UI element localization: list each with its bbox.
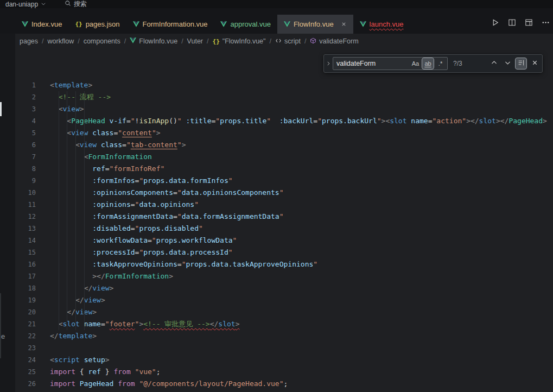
code-line[interactable]: 8 ref="formInfoRef" [15,163,553,175]
breadcrumb-item--flowinfo-vue-[interactable]: {}"FlowInfo.vue" [213,37,266,45]
line-number[interactable]: 20 [15,306,36,318]
code-text[interactable]: </template> [36,330,97,342]
code-line[interactable]: 22</template> [15,330,553,342]
line-number[interactable]: 21 [15,318,36,330]
line-number[interactable]: 19 [15,294,36,306]
find-input[interactable] [336,60,410,67]
code-line[interactable]: 3 <view> [15,103,553,115]
line-number[interactable]: 22 [15,330,36,342]
line-number[interactable]: 1 [15,79,36,91]
code-text[interactable]: <!-- 流程 --> [36,91,111,103]
tab-pages.json[interactable]: {}pages.json [68,15,126,34]
breadcrumb-item-flowinfo-vue[interactable]: FlowInfo.vue [130,37,177,45]
code-area[interactable]: 1<template>2 <!-- 流程 -->3 <view>4 <PageH… [15,49,553,390]
code-text[interactable]: <script setup> [36,354,110,366]
breadcrumb-item-vuter[interactable]: Vuter [187,37,203,45]
whole-word-button[interactable]: ab [422,58,434,69]
tab-launch.vue[interactable]: launch.vue [353,15,410,34]
match-case-button[interactable]: Aa [410,58,421,69]
code-text[interactable]: <FormInformation [36,151,152,163]
code-text[interactable]: :taskApproveOpinions="props.data.taskApp… [36,258,317,270]
tab-FlowInfo.vue[interactable]: FlowInfo.vue [277,15,353,34]
title-search[interactable]: 搜索 [65,0,87,8]
line-number[interactable]: 5 [15,127,36,139]
code-text[interactable]: :formAssignmentData="data.formAssignment… [36,211,284,223]
run-button[interactable] [491,18,499,28]
code-line[interactable]: 2 <!-- 流程 --> [15,91,553,103]
split-editor-button[interactable] [508,18,516,28]
breadcrumb-item-script[interactable]: script [275,37,301,46]
line-number[interactable]: 9 [15,175,36,187]
code-text[interactable]: import { ref } from "vue"; [36,366,161,378]
code-line[interactable]: 14 :workflowData="props.workflowData" [15,235,553,246]
line-number[interactable]: 3 [15,103,36,115]
tab-Index.vue[interactable]: Index.vue [15,15,68,34]
code-line[interactable]: 15 :processId="props.data.processId" [15,246,553,258]
code-text[interactable]: :workflowData="props.workflowData" [36,235,237,246]
code-line[interactable]: 18 </view> [15,282,553,294]
code-text[interactable]: :processId="props.data.processId" [36,246,233,258]
toggle-replace-button[interactable] [324,55,333,72]
code-line[interactable]: 20 </view> [15,306,553,318]
breadcrumb-item-pages[interactable]: pages [20,37,38,45]
tab-FormInformation.vue[interactable]: FormInformation.vue [126,15,214,34]
line-number[interactable]: 24 [15,354,36,366]
code-line[interactable]: 1<template> [15,79,553,91]
previous-match-button[interactable] [488,58,499,69]
breadcrumb-item-validateform[interactable]: validateForm [310,37,358,46]
code-text[interactable]: </view> [36,282,113,294]
code-text[interactable]: import PageHead from "@/components/layou… [36,378,288,390]
code-line[interactable]: 26import PageHead from "@/components/lay… [15,378,553,390]
line-number[interactable]: 7 [15,151,36,163]
line-number[interactable]: 13 [15,223,36,235]
line-number[interactable]: 11 [15,199,36,211]
code-text[interactable]: </view> [36,294,105,306]
close-find-button[interactable] [529,58,540,69]
line-number[interactable]: 26 [15,378,36,390]
line-number[interactable]: 17 [15,270,36,282]
code-line[interactable]: 7 <FormInformation [15,151,553,163]
customize-layout-button[interactable] [525,18,533,28]
code-line[interactable]: 17 ></FormInformation> [15,270,553,282]
code-text[interactable]: <view class="content"> [36,127,161,139]
code-text[interactable]: ref="formInfoRef" [36,163,164,175]
code-line[interactable]: 19 </view> [15,294,553,306]
line-number[interactable]: 10 [15,187,36,199]
code-text[interactable]: <template> [36,79,92,91]
line-number[interactable]: 15 [15,246,36,258]
code-line[interactable]: 13 :disabled="props.disabled" [15,223,553,235]
code-line[interactable]: 25import { ref } from "vue"; [15,366,553,378]
breadcrumb-item-workflow[interactable]: workflow [48,37,74,45]
line-number[interactable]: 12 [15,211,36,223]
more-actions-button[interactable] [542,18,550,28]
line-number[interactable]: 4 [15,115,36,127]
code-text[interactable]: :opinions="data.opinions" [36,199,199,211]
find-in-selection-button[interactable] [516,58,526,69]
code-line[interactable]: 23 [15,342,553,354]
close-icon[interactable] [341,21,347,27]
code-line[interactable]: 12 :formAssignmentData="data.formAssignm… [15,211,553,223]
code-line[interactable]: 6 <view class="tab-content"> [15,139,553,151]
code-text[interactable]: <PageHead v-if="!isInApp()" :title="prop… [36,115,547,127]
code-line[interactable]: 21 <slot name="footer"><!-- 审批意见 --></sl… [15,318,553,330]
code-text[interactable]: :formInfos="props.data.formInfos" [36,175,233,187]
line-number[interactable]: 6 [15,139,36,151]
line-number[interactable]: 16 [15,258,36,270]
code-line[interactable]: 10 :opinionsComponents="data.opinionsCom… [15,187,553,199]
code-line[interactable]: 24<script setup> [15,354,553,366]
code-text[interactable]: :disabled="props.disabled" [36,223,203,235]
code-line[interactable]: 11 :opinions="data.opinions" [15,199,553,211]
line-number[interactable]: 8 [15,163,36,175]
code-text[interactable]: :opinionsComponents="data.opinionsCompon… [36,187,284,199]
line-number[interactable]: 14 [15,235,36,246]
code-text[interactable]: ></FormInformation> [36,270,173,282]
code-text[interactable]: <view> [36,103,84,115]
line-number[interactable]: 23 [15,342,36,354]
regex-button[interactable]: .* [435,58,446,69]
code-line[interactable]: 5 <view class="content"> [15,127,553,139]
workspace-menu[interactable]: dan-uniapp [5,0,46,8]
line-number[interactable]: 2 [15,91,36,103]
code-text[interactable] [36,342,50,354]
code-line[interactable]: 4 <PageHead v-if="!isInApp()" :title="pr… [15,115,553,127]
line-number[interactable]: 18 [15,282,36,294]
